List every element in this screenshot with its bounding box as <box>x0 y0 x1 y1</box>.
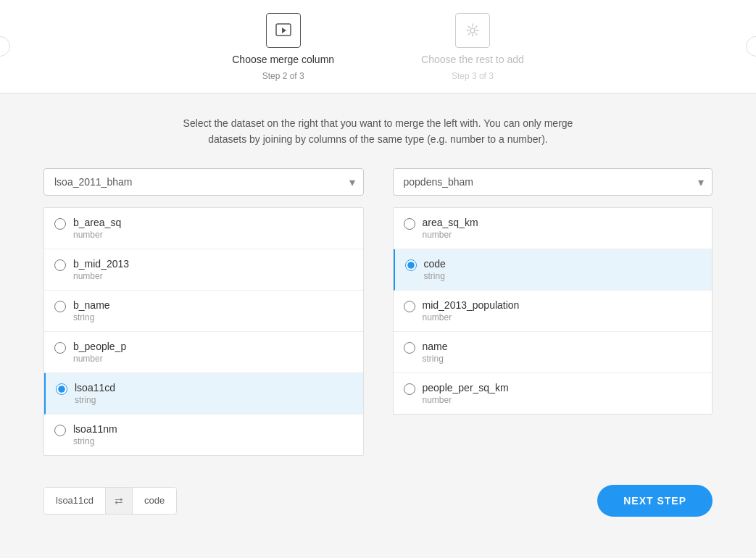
left-type-lsoa11nm: string <box>73 436 117 446</box>
left-label-b_name: b_name <box>73 299 110 311</box>
left-dataset-dropdown[interactable]: lsoa_2011_bham <box>43 168 364 196</box>
left-label-lsoa11nm: lsoa11nm <box>73 423 117 435</box>
right-radio-people_per_sq_km[interactable] <box>404 383 415 395</box>
right-label-name: name <box>423 341 448 352</box>
next-step-button[interactable]: NEXT STEP <box>597 485 713 517</box>
step-2: Choose merge column Step 2 of 3 <box>232 13 334 81</box>
edge-circle-left <box>0 36 10 57</box>
right-type-area_sq_km: number <box>423 230 478 240</box>
step-2-icon <box>266 13 301 48</box>
left-type-b_people_p: number <box>73 354 126 364</box>
right-field-mid_2013_population[interactable]: mid_2013_population number <box>394 291 713 332</box>
left-field-b_name[interactable]: b_name string <box>44 291 363 332</box>
right-label-mid_2013_population: mid_2013_population <box>423 299 520 311</box>
step-3-icon <box>455 13 490 48</box>
right-field-area_sq_km[interactable]: area_sq_km number <box>394 208 713 249</box>
right-radio-code[interactable] <box>405 259 417 271</box>
svg-marker-1 <box>282 28 286 33</box>
instruction-text: Select the dataset on the right that you… <box>43 115 713 148</box>
edge-circle-right <box>746 36 756 57</box>
columns: lsoa_2011_bham ▾ b_area_sq number b_mid_… <box>43 168 713 456</box>
left-field-b_people_p[interactable]: b_people_p number <box>44 332 363 373</box>
step-2-sub: Step 2 of 3 <box>262 71 304 81</box>
step-3: Choose the rest to add Step 3 of 3 <box>421 13 524 81</box>
left-field-lsoa11nm[interactable]: lsoa11nm string <box>44 415 363 455</box>
merge-left-label: lsoa11cd <box>44 488 105 513</box>
right-radio-area_sq_km[interactable] <box>404 218 415 230</box>
step-2-label: Choose merge column <box>232 54 334 65</box>
steps-header: Choose merge column Step 2 of 3 Choose t… <box>0 0 756 93</box>
right-label-area_sq_km: area_sq_km <box>423 217 478 228</box>
left-column: lsoa_2011_bham ▾ b_area_sq number b_mid_… <box>43 168 364 456</box>
left-field-b_mid_2013[interactable]: b_mid_2013 number <box>44 249 363 291</box>
step-3-label: Choose the rest to add <box>421 54 524 65</box>
right-type-code: string <box>424 271 446 281</box>
merge-arrow-icon: ⇄ <box>105 488 133 514</box>
merge-indicator: lsoa11cd ⇄ code <box>43 487 177 515</box>
step-3-sub: Step 3 of 3 <box>452 71 494 81</box>
right-type-people_per_sq_km: number <box>423 395 509 405</box>
right-column: popdens_bham ▾ area_sq_km number code <box>393 168 713 456</box>
left-type-b_mid_2013: number <box>73 271 129 281</box>
left-field-list: b_area_sq number b_mid_2013 number b_nam… <box>43 207 364 456</box>
right-type-name: string <box>423 354 448 364</box>
svg-line-7 <box>468 33 470 35</box>
left-field-b_area_sq[interactable]: b_area_sq number <box>44 208 363 249</box>
svg-line-9 <box>468 26 470 28</box>
footer: lsoa11cd ⇄ code NEXT STEP <box>0 470 756 531</box>
left-radio-b_area_sq[interactable] <box>54 218 66 230</box>
left-label-b_area_sq: b_area_sq <box>73 217 121 228</box>
left-field-lsoa11cd[interactable]: lsoa11cd string <box>44 373 363 415</box>
right-field-code[interactable]: code string <box>394 249 713 291</box>
left-radio-lsoa11cd[interactable] <box>56 383 67 395</box>
left-radio-b_name[interactable] <box>54 301 66 312</box>
right-field-name[interactable]: name string <box>394 332 713 373</box>
svg-line-5 <box>475 33 477 35</box>
left-label-b_mid_2013: b_mid_2013 <box>73 258 129 270</box>
left-label-lsoa11cd: lsoa11cd <box>75 382 115 393</box>
svg-point-10 <box>470 28 475 33</box>
left-radio-b_people_p[interactable] <box>54 342 66 354</box>
right-radio-mid_2013_population[interactable] <box>404 301 415 312</box>
right-field-people_per_sq_km[interactable]: people_per_sq_km number <box>394 373 713 414</box>
right-label-people_per_sq_km: people_per_sq_km <box>423 382 509 393</box>
right-type-mid_2013_population: number <box>423 312 520 322</box>
left-type-b_area_sq: number <box>73 230 121 240</box>
left-radio-lsoa11nm[interactable] <box>54 425 66 436</box>
left-radio-b_mid_2013[interactable] <box>54 259 66 271</box>
left-type-lsoa11cd: string <box>75 395 115 405</box>
merge-right-label: code <box>133 488 176 513</box>
svg-line-3 <box>475 26 477 28</box>
left-label-b_people_p: b_people_p <box>73 341 126 352</box>
right-radio-name[interactable] <box>404 342 415 354</box>
main-content: Select the dataset on the right that you… <box>0 93 756 470</box>
right-field-list: area_sq_km number code string mid_2013_p… <box>393 207 713 415</box>
left-type-b_name: string <box>73 312 110 322</box>
left-dropdown-wrapper[interactable]: lsoa_2011_bham ▾ <box>43 168 364 196</box>
right-dropdown-wrapper[interactable]: popdens_bham ▾ <box>393 168 713 196</box>
right-dataset-dropdown[interactable]: popdens_bham <box>393 168 713 196</box>
right-label-code: code <box>424 258 446 270</box>
